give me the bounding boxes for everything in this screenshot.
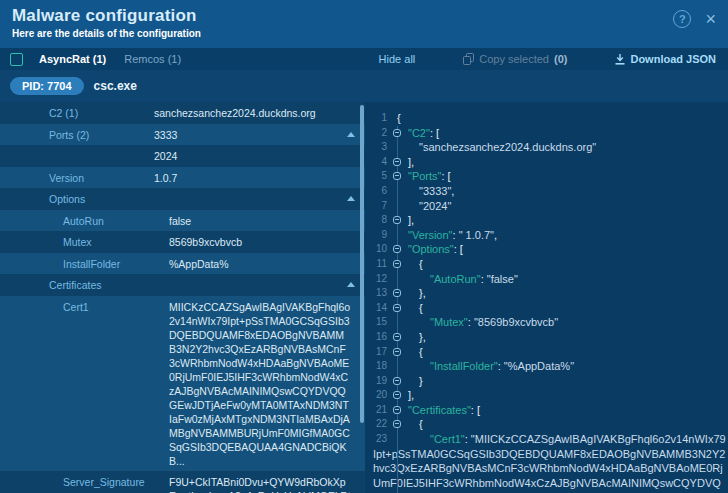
config-row-c2-1: C2 (1)sanchezsanchez2024.duckdns.org xyxy=(0,102,365,124)
hide-all-button[interactable]: Hide all xyxy=(379,53,416,65)
json-line: 20], xyxy=(365,388,728,403)
json-line-number: 1 xyxy=(365,111,387,126)
select-all-checkbox[interactable] xyxy=(10,53,23,66)
fold-toggle-icon[interactable] xyxy=(393,158,401,166)
fold-toggle-icon[interactable] xyxy=(393,172,401,180)
config-section-certificates: Certificates xyxy=(0,274,365,296)
json-line-number: 9 xyxy=(365,228,387,243)
tab-remcos-1[interactable]: Remcos (1) xyxy=(124,53,181,65)
json-line: 4], xyxy=(365,155,728,170)
help-icon[interactable]: ? xyxy=(673,10,691,28)
json-line: 8], xyxy=(365,213,728,228)
collapse-arrow-icon[interactable] xyxy=(347,132,355,137)
json-line-content: "3333", xyxy=(365,184,728,199)
json-line-number: 20 xyxy=(365,388,387,403)
config-label: InstallFolder xyxy=(0,257,169,272)
config-value: false xyxy=(169,214,365,229)
page-title: Malware configuration xyxy=(12,6,201,26)
fold-gutter xyxy=(392,272,403,287)
config-row-cert1: Cert1MIICKzCCAZSgAwIBAgIVAKBgFhql6o2v14n… xyxy=(0,296,365,471)
collapse-arrow-icon[interactable] xyxy=(347,196,355,201)
fold-gutter xyxy=(392,345,403,360)
fold-toggle-icon[interactable] xyxy=(393,377,401,385)
fold-gutter xyxy=(392,330,403,345)
config-row-installfolder: InstallFolder%AppData% xyxy=(0,253,365,275)
json-line-content: { xyxy=(365,111,728,126)
json-key: "Options" xyxy=(408,243,454,255)
config-row-version: Version1.0.7 xyxy=(0,167,365,189)
json-punct: : [ xyxy=(430,127,439,139)
json-string: "sanchezsanchez2024.duckdns.org" xyxy=(419,141,596,153)
fold-gutter xyxy=(392,315,403,330)
json-key: "Ports" xyxy=(408,170,441,182)
modal-header: Malware configuration Here are the detai… xyxy=(0,0,728,48)
json-string: "2024" xyxy=(419,200,451,212)
fold-toggle-icon[interactable] xyxy=(393,333,401,341)
json-punct: { xyxy=(419,258,423,270)
copy-selected-button[interactable]: Copy selected (0) xyxy=(463,53,567,65)
download-json-button[interactable]: Download JSON xyxy=(615,53,716,65)
fold-gutter xyxy=(392,403,403,418)
json-line: 19} xyxy=(365,374,728,389)
json-line-number: 6 xyxy=(365,184,387,199)
fold-gutter xyxy=(392,417,403,432)
tab-asyncrat-1[interactable]: AsyncRat (1) xyxy=(39,53,106,65)
json-line-number: 11 xyxy=(365,257,387,272)
fold-gutter xyxy=(392,155,403,170)
json-punct: { xyxy=(419,418,423,430)
json-punct: { xyxy=(419,346,423,358)
config-label: Ports (2) xyxy=(0,128,154,143)
left-panel-scrollbar[interactable] xyxy=(360,105,364,423)
json-line-content: "Mutex": "8569b9xcvbvcb" xyxy=(365,315,728,330)
download-icon xyxy=(615,54,625,65)
json-punct: { xyxy=(419,302,423,314)
fold-toggle-icon[interactable] xyxy=(393,289,401,297)
fold-gutter xyxy=(392,432,403,493)
json-line-number: 15 xyxy=(365,315,387,330)
json-line: 3"sanchezsanchez2024.duckdns.org" xyxy=(365,140,728,155)
fold-toggle-icon[interactable] xyxy=(393,245,401,253)
config-row-mutex: Mutex8569b9xcvbvcb xyxy=(0,231,365,253)
json-punct: : [ xyxy=(454,243,463,255)
fold-toggle-icon[interactable] xyxy=(393,391,401,399)
copy-icon xyxy=(463,53,474,65)
config-label: Cert1 xyxy=(0,300,169,468)
fold-gutter xyxy=(392,301,403,316)
content-panels: C2 (1)sanchezsanchez2024.duckdns.orgPort… xyxy=(0,102,728,493)
json-punct: ], xyxy=(408,156,414,168)
json-punct: , xyxy=(494,229,497,241)
pid-badge[interactable]: PID: 7704 xyxy=(10,77,84,95)
fold-gutter xyxy=(392,111,403,126)
fold-gutter xyxy=(392,140,403,155)
fold-toggle-icon[interactable] xyxy=(393,260,401,268)
fold-gutter xyxy=(392,388,403,403)
json-line-number: 12 xyxy=(365,272,387,287)
json-line-number: 19 xyxy=(365,374,387,389)
collapse-arrow-icon[interactable] xyxy=(347,282,355,287)
json-line-content: }, xyxy=(365,330,728,345)
json-line-number: 21 xyxy=(365,403,387,418)
download-json-label: Download JSON xyxy=(630,53,716,65)
fold-toggle-icon[interactable] xyxy=(393,348,401,356)
json-line-number: 5 xyxy=(365,169,387,184)
json-line: 2"C2": [ xyxy=(365,126,728,141)
fold-toggle-icon[interactable] xyxy=(393,216,401,224)
json-key: "InstallFolder" xyxy=(430,360,498,372)
json-line: 14{ xyxy=(365,301,728,316)
json-line-number: 13 xyxy=(365,286,387,301)
header-titles: Malware configuration Here are the detai… xyxy=(12,6,201,39)
close-icon[interactable]: × xyxy=(705,11,716,27)
json-line-content: }, xyxy=(365,286,728,301)
config-value: 8569b9xcvbvcb xyxy=(169,235,365,250)
fold-toggle-icon[interactable] xyxy=(393,420,401,428)
config-label: Server_Signature xyxy=(0,475,169,493)
config-label: C2 (1) xyxy=(0,106,154,121)
fold-toggle-icon[interactable] xyxy=(393,129,401,137)
fold-toggle-icon[interactable] xyxy=(393,406,401,414)
process-row: PID: 7704 csc.exe xyxy=(0,70,728,102)
json-key: "Version" xyxy=(408,229,453,241)
fold-toggle-icon[interactable] xyxy=(393,304,401,312)
json-line-content: ], xyxy=(365,213,728,228)
json-line-number: 2 xyxy=(365,126,387,141)
json-line: 6"3333", xyxy=(365,184,728,199)
